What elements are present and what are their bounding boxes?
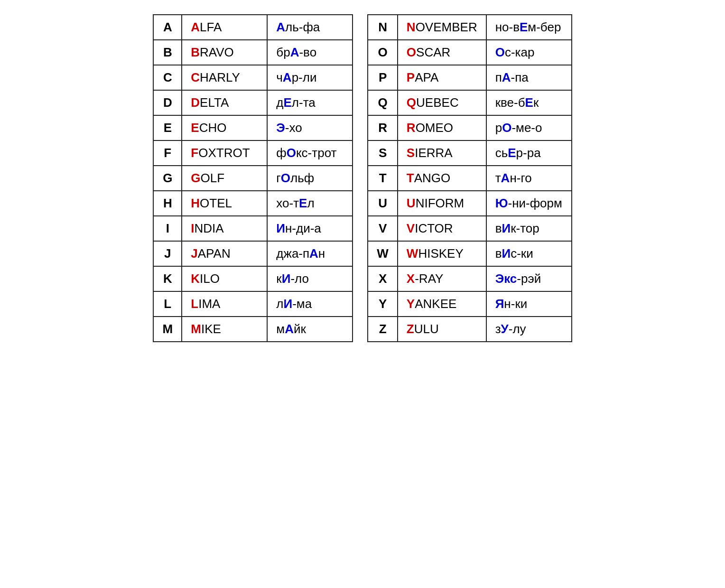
table-row: QQUEBECкве-бЕк [368, 90, 571, 115]
blue-letter-ru: О [502, 121, 511, 135]
russian-cell: гОльф [267, 166, 353, 191]
table-row: JJAPANджа-пАн [153, 241, 353, 266]
table-row: GGOLFгОльф [153, 166, 353, 191]
red-letter: C [191, 70, 200, 84]
russian-cell: вИс-ки [486, 241, 572, 266]
table-row: RROMEOрО-ме-о [368, 115, 571, 140]
english-cell: ECHO [182, 115, 267, 140]
red-letter: L [191, 297, 198, 311]
english-cell: BRAVO [182, 40, 267, 65]
red-letter: K [191, 271, 200, 286]
russian-cell: рО-ме-о [486, 115, 572, 140]
red-letter: N [407, 20, 416, 34]
english-cell: OSCAR [398, 40, 486, 65]
red-letter: E [191, 121, 199, 135]
russian-cell: Ин-ди-а [267, 216, 353, 241]
english-cell: DELTA [182, 90, 267, 115]
table-row: OOSCARОс-кар [368, 40, 571, 65]
blue-letter-ru: И [283, 297, 292, 311]
blue-letter-ru: А [309, 246, 318, 261]
blue-letter-ru: Е [525, 95, 533, 110]
table-row: EECHOЭ-хо [153, 115, 353, 140]
blue-letter-ru: О [287, 146, 296, 160]
letter-cell: J [153, 241, 182, 266]
english-cell: LIMA [182, 291, 267, 317]
red-letter: P [407, 70, 415, 84]
blue-letter-ru: У [501, 322, 509, 336]
table-row: XX-RAYЭкс-рэй [368, 266, 571, 291]
table-row: HHOTELхо-тЕл [153, 191, 353, 216]
letter-cell: V [368, 216, 398, 241]
english-cell: GOLF [182, 166, 267, 191]
red-letter: R [407, 121, 416, 135]
letter-cell: Q [368, 90, 398, 115]
letter-cell: I [153, 216, 182, 241]
letter-cell: F [153, 140, 182, 166]
blue-letter-ru: А [501, 171, 510, 185]
russian-cell: Э-хо [267, 115, 353, 140]
blue-letter-ru: И [282, 271, 291, 286]
red-letter: O [407, 45, 416, 59]
letter-cell: Y [368, 291, 398, 317]
english-cell: ROMEO [398, 115, 486, 140]
letter-cell: X [368, 266, 398, 291]
blue-letter-ru: А [502, 70, 511, 84]
blue-letter-ru: Е [283, 95, 291, 110]
russian-cell: Аль-фа [267, 15, 353, 40]
table-row: TTANGOтАн-го [368, 166, 571, 191]
letter-cell: P [368, 65, 398, 90]
english-cell: FOXTROT [182, 140, 267, 166]
page-container: AALFAАль-фаBBRAVOбрА-воCCHARLYчАр-лиDDEL… [148, 9, 576, 347]
russian-cell: хо-тЕл [267, 191, 353, 216]
russian-cell: Ос-кар [486, 40, 572, 65]
blue-letter-ru: Е [299, 196, 307, 210]
english-cell: MIKE [182, 317, 267, 342]
red-letter: U [407, 196, 416, 210]
english-cell: VICTOR [398, 216, 486, 241]
english-cell: ZULU [398, 317, 486, 342]
table-row: AALFAАль-фа [153, 15, 353, 40]
blue-letter-ru: И [502, 221, 511, 235]
blue-letter-ru: О [495, 45, 505, 59]
blue-letter-ru: А [283, 70, 292, 84]
english-cell: PAPA [398, 65, 486, 90]
english-cell: HOTEL [182, 191, 267, 216]
letter-cell: U [368, 191, 398, 216]
red-letter: W [407, 246, 418, 261]
english-cell: SIERRA [398, 140, 486, 166]
blue-letter-ru: Э [276, 121, 285, 135]
blue-letter-ru: А [276, 20, 285, 34]
table-row: NNOVEMBERно-вЕм-бер [368, 15, 571, 40]
red-letter: A [191, 20, 200, 34]
letter-cell: H [153, 191, 182, 216]
letter-cell: K [153, 266, 182, 291]
english-cell: X-RAY [398, 266, 486, 291]
red-letter: Z [407, 322, 414, 336]
red-letter: S [407, 146, 415, 160]
red-letter: H [191, 196, 200, 210]
russian-cell: сьЕр-ра [486, 140, 572, 166]
table-row: PPAPAпА-па [368, 65, 571, 90]
red-letter: B [191, 45, 200, 59]
letter-cell: O [368, 40, 398, 65]
russian-cell: кве-бЕк [486, 90, 572, 115]
letter-cell: G [153, 166, 182, 191]
table-row: LLIMAлИ-ма [153, 291, 353, 317]
russian-cell: пА-па [486, 65, 572, 90]
letter-cell: Z [368, 317, 398, 342]
letter-cell: D [153, 90, 182, 115]
blue-letter-ru: Экс [495, 271, 517, 286]
english-cell: INDIA [182, 216, 267, 241]
english-cell: UNIFORM [398, 191, 486, 216]
english-cell: QUEBEC [398, 90, 486, 115]
table-row: CCHARLYчАр-ли [153, 65, 353, 90]
russian-cell: мАйк [267, 317, 353, 342]
blue-letter-ru: Е [520, 20, 528, 34]
blue-letter-ru: А [285, 322, 294, 336]
table-row: DDELTAдЕл-та [153, 90, 353, 115]
red-letter: M [191, 322, 201, 336]
table-row: IINDIAИн-ди-а [153, 216, 353, 241]
russian-cell: джа-пАн [267, 241, 353, 266]
russian-cell: вИк-тор [486, 216, 572, 241]
russian-cell: но-вЕм-бер [486, 15, 572, 40]
